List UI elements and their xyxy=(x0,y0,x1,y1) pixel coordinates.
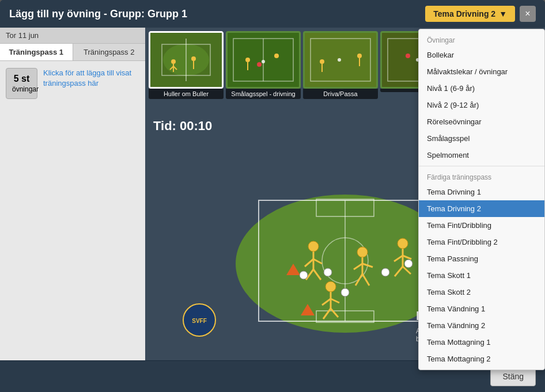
dropdown-item-0-3[interactable]: Nivå 2 (9-12 år) xyxy=(419,97,544,113)
date-text: Tor 11 jun xyxy=(6,31,39,40)
count-number: 5 st xyxy=(12,73,31,85)
dropdown-item-1-2[interactable]: Tema Fint/Dribbling xyxy=(419,217,544,234)
svg-point-67 xyxy=(341,288,349,296)
modal-title: Lägg till ny övning - Grupp: Grupp 1 xyxy=(9,8,187,20)
theme-dropdown-overlay: ÖvningarBollekarMålvaktslekar / övningar… xyxy=(418,29,545,370)
tab-session-2[interactable]: Träningspass 2 xyxy=(73,44,146,60)
dropdown-item-1-9[interactable]: Tema Mottagning 1 xyxy=(419,334,544,351)
dropdown-section-label-1: Färdiga träningspass xyxy=(419,169,544,184)
sidebar: Tor 11 jun Träningspass 1 Träningspass 2… xyxy=(0,28,145,360)
dropdown-divider-0 xyxy=(419,166,544,166)
exercise-card-1[interactable]: Smålagsspel - drivning xyxy=(226,31,301,99)
tab-session-1[interactable]: Träningspass 1 xyxy=(0,44,73,60)
exercise-label-1: Smålagsspel - drivning xyxy=(226,89,301,99)
dropdown-item-1-1[interactable]: Tema Drivning 2 xyxy=(419,200,544,217)
count-unit: övningar xyxy=(12,85,39,93)
modal-header: Lägg till ny övning - Grupp: Grupp 1 Tem… xyxy=(0,0,545,28)
dropdown-item-0-4[interactable]: Rörelseövningar xyxy=(419,113,544,130)
add-hint[interactable]: Klicka för att lägga till visat tränings… xyxy=(43,68,139,89)
theme-label: Tema Drivning 2 xyxy=(433,9,495,18)
close-icon: × xyxy=(525,9,530,19)
tab-session-2-label: Träningspass 2 xyxy=(84,48,134,56)
count-box: 5 st övningar xyxy=(6,68,37,99)
dropdown-item-0-2[interactable]: Nivå 1 (6-9 år) xyxy=(419,80,544,97)
stang-label: Stäng xyxy=(502,372,524,381)
svg-point-4 xyxy=(171,59,176,64)
svg-point-24 xyxy=(338,58,341,62)
svg-point-20 xyxy=(320,59,324,64)
dropdown-item-1-0[interactable]: Tema Drivning 1 xyxy=(419,184,544,200)
tab-session-1-label: Träningspass 1 xyxy=(9,48,63,56)
svg-point-17 xyxy=(262,60,265,63)
close-button[interactable]: × xyxy=(520,6,536,22)
svg-point-27 xyxy=(406,54,410,58)
dropdown-item-0-6[interactable]: Spelmoment xyxy=(419,147,544,163)
svg-text:SVFF: SVFF xyxy=(192,318,207,324)
dropdown-item-0-0[interactable]: Bollekar xyxy=(419,47,544,63)
exercise-label-2: Driva/Passa xyxy=(303,89,378,99)
date-bar: Tor 11 jun xyxy=(0,28,145,44)
svg-point-15 xyxy=(274,54,279,58)
svg-point-13 xyxy=(245,58,250,62)
svg-point-51 xyxy=(398,238,408,249)
svg-point-57 xyxy=(326,281,336,292)
header-right: Tema Drivning 2 ▼ × xyxy=(425,6,536,22)
logo-area: SVFF xyxy=(182,303,217,337)
exercise-card-2[interactable]: Driva/Passa xyxy=(303,31,378,99)
svg-point-22 xyxy=(357,54,362,58)
modal: Lägg till ny övning - Grupp: Grupp 1 Tem… xyxy=(0,0,545,392)
svg-point-63 xyxy=(300,271,308,279)
dropdown-section-label-0: Övningar xyxy=(419,32,544,47)
exercise-card-0[interactable]: Huller om Buller xyxy=(149,31,224,99)
svg-point-39 xyxy=(308,241,319,252)
dropdown-item-0-1[interactable]: Målvaktslekar / övningar xyxy=(419,63,544,80)
dropdown-item-1-6[interactable]: Tema Skott 2 xyxy=(419,284,544,300)
dropdown-item-1-3[interactable]: Tema Fint/Dribbling 2 xyxy=(419,234,544,250)
dropdown-item-1-5[interactable]: Tema Skott 1 xyxy=(419,267,544,284)
dropdown-item-0-5[interactable]: Smålagsspel xyxy=(419,130,544,147)
exercise-label-0: Huller om Buller xyxy=(149,89,224,99)
svg-point-64 xyxy=(324,268,332,276)
svg-point-8 xyxy=(191,56,196,61)
session-tabs: Träningspass 1 Träningspass 2 xyxy=(0,44,145,61)
dropdown-item-1-10[interactable]: Tema Mottagning 2 xyxy=(419,351,544,367)
dropdown-item-1-4[interactable]: Tema Passning xyxy=(419,250,544,267)
svg-point-65 xyxy=(381,268,389,276)
dropdown-item-1-7[interactable]: Tema Vändning 1 xyxy=(419,300,544,317)
theme-dropdown-button[interactable]: Tema Drivning 2 ▼ xyxy=(425,6,515,22)
svg-point-45 xyxy=(357,247,368,257)
exercises-count-area: 5 st övningar Klicka för att lägga till … xyxy=(0,61,145,106)
dropdown-item-1-8[interactable]: Tema Vändning 2 xyxy=(419,317,544,334)
svg-point-66 xyxy=(404,260,412,268)
svg-point-16 xyxy=(257,62,262,67)
chevron-down-icon: ▼ xyxy=(499,9,507,18)
